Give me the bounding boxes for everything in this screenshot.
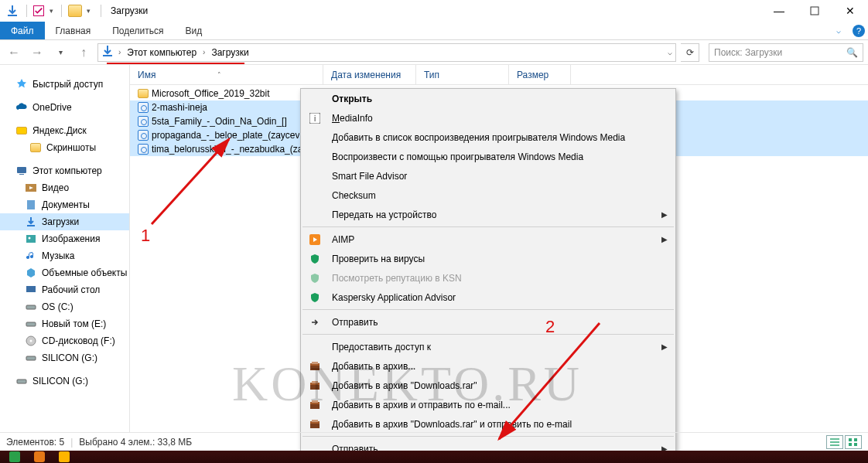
sidebar-drive-c[interactable]: OS (C:): [0, 298, 129, 315]
sidebar-this-pc[interactable]: Этот компьютер: [0, 162, 129, 179]
ribbon-tabs: Файл Главная Поделиться Вид ⌵ ?: [0, 22, 868, 40]
forward-button[interactable]: →: [28, 43, 46, 62]
sidebar-downloads[interactable]: Загрузки: [0, 213, 129, 230]
qat-checkbox-icon[interactable]: [33, 5, 44, 16]
sidebar-item-label: Быстрый доступ: [32, 79, 103, 90]
menu-ksn-reputation[interactable]: Посмотреть репутацию в KSN: [301, 268, 675, 288]
ribbon-collapse-icon[interactable]: ⌵: [828, 22, 849, 39]
taskbar-icon[interactable]: [34, 451, 45, 462]
menu-add-downloads-rar-email[interactable]: Добавить в архив "Downloads.rar" и отпра…: [301, 414, 675, 434]
column-date[interactable]: Дата изменения: [323, 65, 416, 84]
winrar-icon: [306, 361, 324, 372]
tab-share[interactable]: Поделиться: [101, 22, 174, 39]
breadcrumb-sep[interactable]: ›: [201, 48, 207, 56]
column-headers: Имя˄ Дата изменения Тип Размер: [130, 65, 868, 85]
submenu-arrow-icon: ▶: [661, 342, 668, 351]
search-icon[interactable]: 🔍: [846, 47, 858, 58]
sidebar-videos[interactable]: Видео: [0, 179, 129, 196]
column-name[interactable]: Имя˄: [130, 65, 323, 84]
sidebar-drive-g[interactable]: SILICON (G:): [0, 349, 129, 366]
drive-icon: [15, 375, 28, 387]
sidebar-yandex-disk[interactable]: Яндекс.Диск: [0, 122, 129, 139]
shield-icon: [306, 292, 324, 303]
menu-send[interactable]: Отправить: [301, 312, 675, 332]
column-type[interactable]: Тип: [416, 65, 509, 84]
menu-add-archive-email[interactable]: Добавить в архив и отправить по e-mail..…: [301, 395, 675, 414]
back-button[interactable]: ←: [5, 43, 23, 62]
sidebar-pictures[interactable]: Изображения: [0, 230, 129, 247]
breadcrumb-downloads[interactable]: Загрузки: [210, 47, 250, 58]
winrar-icon: [306, 419, 324, 430]
cloud-icon: [15, 101, 28, 114]
taskbar-icon[interactable]: [9, 451, 20, 462]
sidebar-drive-e[interactable]: Новый том (E:): [0, 315, 129, 332]
address-dropdown-icon[interactable]: ⌵: [668, 48, 672, 56]
file-tab[interactable]: Файл: [0, 22, 45, 39]
svg-point-12: [30, 340, 32, 342]
tab-home[interactable]: Главная: [45, 22, 102, 39]
menu-mediainfo[interactable]: iMediaInfo: [301, 108, 675, 128]
search-box[interactable]: Поиск: Загрузки 🔍: [709, 43, 863, 62]
menu-give-access[interactable]: Предоставить доступ к▶: [301, 337, 675, 356]
file-name: Microsoft_Office_2019_32bit: [152, 88, 270, 99]
svg-rect-26: [312, 400, 318, 403]
drive-icon: [25, 352, 37, 364]
sidebar-onedrive[interactable]: OneDrive: [0, 99, 129, 116]
sidebar-item-label: Объемные объекты: [42, 267, 127, 278]
breadcrumb-sep[interactable]: ›: [117, 48, 122, 56]
annotation-arrow-1: [144, 131, 244, 232]
sidebar-cd-drive[interactable]: CD-дисковод (F:): [0, 332, 129, 349]
sidebar-item-label: Новый том (E:): [42, 318, 106, 329]
menu-add-wmp-list[interactable]: Добавить в список воспроизведения проигр…: [301, 128, 675, 147]
sidebar-silicon[interactable]: SILICON (G:): [0, 373, 129, 390]
svg-rect-32: [849, 443, 852, 446]
qat-overflow-icon[interactable]: ▾: [87, 7, 94, 15]
sidebar-quick-access[interactable]: Быстрый доступ: [0, 76, 129, 93]
menu-add-downloads-rar[interactable]: Добавить в архив "Downloads.rar": [301, 376, 675, 395]
sidebar-screenshots[interactable]: Скриншоты: [0, 139, 129, 156]
folder-icon: [68, 5, 82, 17]
svg-rect-14: [17, 380, 26, 383]
status-elements: Элементов: 5: [6, 437, 64, 448]
svg-rect-29: [312, 420, 318, 422]
pictures-icon: [25, 233, 37, 245]
menu-add-archive[interactable]: Добавить в архив...: [301, 356, 675, 376]
up-button[interactable]: ↑: [74, 43, 93, 62]
share-icon: [306, 317, 324, 328]
menu-smart-file-advisor[interactable]: Smart File Advisor: [301, 166, 675, 186]
close-button[interactable]: ✕: [832, 0, 868, 22]
sidebar-item-label: Скриншоты: [46, 142, 96, 153]
svg-rect-2: [19, 174, 24, 175]
menu-aimp[interactable]: AIMP▶: [301, 230, 675, 249]
minimize-button[interactable]: ―: [761, 0, 797, 22]
address-bar[interactable]: › Этот компьютер › Загрузки ⌵: [97, 43, 676, 62]
pc-icon: [15, 165, 28, 177]
sidebar-3d-objects[interactable]: Объемные объекты: [0, 264, 129, 281]
menu-play-wmp[interactable]: Воспроизвести с помощью проигрывателя Wi…: [301, 147, 675, 166]
menu-checksum[interactable]: Checksum: [301, 186, 675, 205]
sidebar-desktop[interactable]: Рабочий стол: [0, 281, 129, 298]
view-details-button[interactable]: [826, 435, 843, 449]
menu-open[interactable]: Открыть: [301, 89, 675, 108]
sidebar-item-label: SILICON (G:): [32, 376, 88, 386]
qat-dropdown-icon[interactable]: ▾: [47, 3, 55, 19]
sidebar-documents[interactable]: Документы: [0, 196, 129, 213]
menu-scan-viruses[interactable]: Проверить на вирусы: [301, 249, 675, 268]
maximize-button[interactable]: [797, 0, 832, 22]
svg-rect-13: [26, 356, 36, 360]
sidebar-item-label: Рабочий стол: [42, 284, 100, 295]
menu-kav-advisor[interactable]: Kaspersky Application Advisor: [301, 288, 675, 307]
column-size[interactable]: Размер: [509, 65, 571, 84]
recent-dropdown[interactable]: ▾: [51, 43, 70, 62]
view-icons-button[interactable]: [845, 435, 862, 449]
audio-icon: [138, 116, 149, 127]
tab-view[interactable]: Вид: [174, 22, 213, 39]
help-button[interactable]: ?: [849, 22, 868, 39]
breadcrumb-this-pc[interactable]: Этот компьютер: [125, 47, 198, 58]
menu-cast-to-device[interactable]: Передать на устройство▶: [301, 205, 675, 224]
sidebar-music[interactable]: Музыка: [0, 247, 129, 264]
taskbar-icon[interactable]: [59, 451, 70, 462]
music-icon: [25, 250, 37, 262]
refresh-button[interactable]: ⟳: [681, 43, 699, 62]
sidebar-item-label: Видео: [42, 182, 69, 193]
